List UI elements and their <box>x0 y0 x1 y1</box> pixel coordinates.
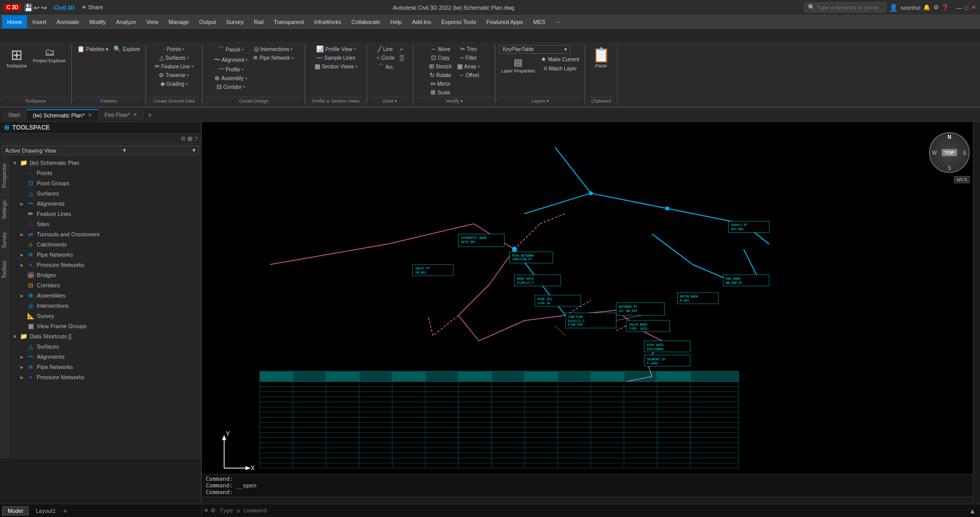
expand-icon[interactable]: ▼ <box>12 160 19 166</box>
share-button[interactable]: ✈ Share <box>82 4 103 11</box>
menu-insert[interactable]: Insert <box>27 15 52 29</box>
intersections-button[interactable]: ◎ Intersections ▾ <box>252 45 295 53</box>
arc-button[interactable]: ⌒ Arc <box>376 62 395 72</box>
project-explorer-button[interactable]: 🗂 Project Explorer <box>31 45 68 64</box>
close-schematic-plan-icon[interactable]: ✕ <box>88 112 92 118</box>
notifications-icon[interactable]: 🔔 <box>923 4 930 11</box>
toolspace-button[interactable]: ⊞ Toolspace <box>3 45 30 70</box>
grading-button[interactable]: ◈ Grading ▾ <box>158 80 190 88</box>
palettes-button[interactable]: 📋 Palettes ▾ <box>75 45 111 53</box>
tree-pipe-networks[interactable]: ► ≋ Pipe Networks <box>10 250 200 260</box>
menu-view[interactable]: View <box>141 15 163 29</box>
toolspace-view-dropdown[interactable]: Active Drawing View ▾ <box>2 145 199 155</box>
assembly-button[interactable]: ⊕ Assembly ▾ <box>212 74 249 82</box>
toolspace-icon1[interactable]: ⊞ <box>181 135 185 142</box>
menu-analyze[interactable]: Analyze <box>111 15 141 29</box>
menu-survey[interactable]: Survey <box>221 15 249 29</box>
pipe-network-button[interactable]: ≋ Pipe Network ▾ <box>251 54 295 62</box>
menu-help[interactable]: Help <box>385 15 407 29</box>
close-fire-flow-icon[interactable]: ✕ <box>133 112 137 117</box>
scale-button[interactable]: ⊠ Scale <box>428 88 452 96</box>
menu-collaborate[interactable]: Collaborate <box>346 15 385 29</box>
traverse-button[interactable]: ⊘ Traverse ▾ <box>157 71 191 79</box>
hatch-button[interactable]: ▒ <box>398 54 407 62</box>
tree-points[interactable]: · Points <box>10 168 200 178</box>
tree-corridors[interactable]: ⊟ Corridors <box>10 280 200 290</box>
feature-line-button[interactable]: ✏ Feature Line ▾ <box>153 62 196 70</box>
trim-button[interactable]: ✂ Trim <box>458 45 479 53</box>
model-tab[interactable]: Model <box>2 506 29 515</box>
move-button[interactable]: ↔ Move <box>428 45 452 53</box>
menu-mes[interactable]: MES <box>528 15 551 29</box>
array-button[interactable]: ▦ Array ▾ <box>455 62 482 70</box>
sample-lines-button[interactable]: — Sample Lines <box>315 54 357 62</box>
command-input[interactable] <box>220 507 963 514</box>
tree-root-schematic[interactable]: ▼ 📁 (lw) Schematic Plan <box>10 158 200 168</box>
drawing-horizontal-scrollbar[interactable] <box>202 497 973 504</box>
menu-infraworks[interactable]: InfraWorks <box>309 15 346 29</box>
points-button[interactable]: · Points ▾ <box>161 45 186 53</box>
tree-surfaces[interactable]: △ Surfaces <box>10 188 200 199</box>
prospector-tab[interactable]: Prospector <box>0 157 9 194</box>
expand-icon[interactable]: ▼ <box>12 334 19 339</box>
rotate-button[interactable]: ↻ Rotate <box>427 71 453 79</box>
toolbox-tab[interactable]: Toolbox <box>0 254 9 284</box>
drawing-area[interactable]: – □ ✕ <box>202 122 980 504</box>
qat-undo-icon[interactable]: ↩ <box>34 4 40 12</box>
toolspace-help-icon[interactable]: ? <box>195 136 198 142</box>
app-logo[interactable]: C 3D <box>4 4 21 11</box>
alignment-button[interactable]: 〜 Alignment ▾ <box>212 55 250 65</box>
menu-home[interactable]: Home <box>2 15 27 29</box>
polyline-button[interactable]: ⌐ <box>398 45 405 53</box>
qat-redo-icon[interactable]: ↪ <box>41 4 47 12</box>
tree-data-shortcuts[interactable]: ▼ 📁 Data Shortcuts [] <box>10 331 200 341</box>
qat-save-icon[interactable]: 💾 <box>24 4 33 12</box>
maximize-button[interactable]: □ <box>965 5 968 11</box>
help-icon[interactable]: ❓ <box>942 4 949 11</box>
tree-pressure-networks[interactable]: ► ≈ Pressure Networks <box>10 260 200 270</box>
copy-button[interactable]: ⊡ Copy <box>429 54 451 62</box>
corridor-button[interactable]: ⊟ Corridor ▾ <box>214 83 247 91</box>
menu-addins[interactable]: Add-ins <box>407 15 436 29</box>
drawing-vertical-scrollbar[interactable] <box>973 122 980 504</box>
circle-button[interactable]: ○ Circle <box>374 54 397 62</box>
cmd-close-icon[interactable]: ✕ <box>204 507 208 514</box>
tree-ds-surfaces[interactable]: △ Surfaces <box>10 341 200 352</box>
explore-button[interactable]: 🔍 Explore <box>111 45 142 53</box>
tree-ds-pressure-networks[interactable]: ► ≈ Pressure Networks <box>10 372 200 382</box>
tree-intersections[interactable]: ◎ Intersections <box>10 301 200 311</box>
match-layer-button[interactable]: ≡ Match Layer <box>541 64 579 72</box>
tab-schematic-plan[interactable]: (lw) Schematic Plan* ✕ <box>27 109 98 120</box>
search-input[interactable] <box>817 5 878 11</box>
survey-tab[interactable]: Survey <box>0 226 9 254</box>
profile-button[interactable]: 〰 Profile ▾ <box>216 65 246 73</box>
add-layout-button[interactable]: + <box>63 507 67 515</box>
menu-modify[interactable]: Modify <box>84 15 111 29</box>
menu-extra[interactable]: ··· <box>551 15 565 29</box>
layer-properties-button[interactable]: ▤ Layer Properties <box>499 55 537 75</box>
tab-fire-flow[interactable]: Fire Flow* ✕ <box>99 110 144 120</box>
add-tab-button[interactable]: + <box>144 109 156 121</box>
surfaces-button[interactable]: △ Surfaces ▾ <box>157 54 191 62</box>
tree-ds-pipe-networks[interactable]: ► ≋ Pipe Networks <box>10 362 200 372</box>
tree-bridges[interactable]: 🌉 Bridges <box>10 270 200 280</box>
tree-survey[interactable]: 📐 Survey <box>10 311 200 321</box>
menu-annotate[interactable]: Annotate <box>52 15 84 29</box>
menu-manage[interactable]: Manage <box>163 15 194 29</box>
settings-tab[interactable]: Settings <box>0 194 9 225</box>
fillet-button[interactable]: ⌐ Fillet <box>459 54 479 62</box>
settings-icon[interactable]: ⚙ <box>934 4 939 11</box>
section-views-button[interactable]: ▦ Section Views ▾ <box>313 62 360 70</box>
toolspace-icon2[interactable]: ▦ <box>187 135 193 142</box>
paste-button[interactable]: 📋 Paste <box>588 45 614 70</box>
menu-output[interactable]: Output <box>194 15 221 29</box>
tree-sites[interactable]: ◇ Sites <box>10 219 200 229</box>
menu-transparent[interactable]: Transparent <box>269 15 309 29</box>
offset-button[interactable]: → Offset <box>456 71 481 79</box>
tree-assemblies[interactable]: ► ⊕ Assemblies <box>10 290 200 301</box>
parcel-button[interactable]: ⌒ Parcel ▾ <box>216 45 246 55</box>
tree-view-frame-groups[interactable]: ▦ View Frame Groups <box>10 321 200 331</box>
menu-rail[interactable]: Rail <box>249 15 269 29</box>
stretch-button[interactable]: ⊞ Stretch <box>427 62 454 70</box>
tree-catchments[interactable]: ⌂ Catchments <box>10 239 200 250</box>
